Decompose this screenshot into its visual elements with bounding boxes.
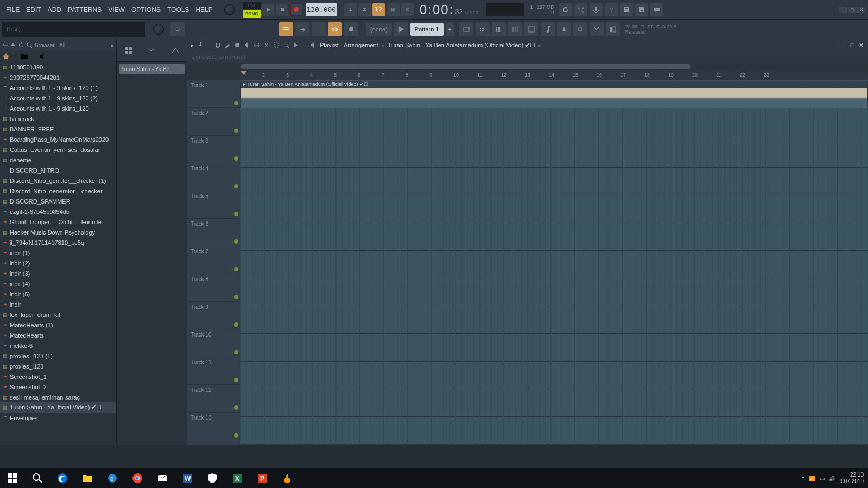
- track-mute-led[interactable]: [234, 101, 238, 105]
- track-header[interactable]: Track 5: [187, 191, 240, 219]
- tempo-display[interactable]: 130.000: [306, 3, 337, 16]
- browser-item[interactable]: ✦indir (5): [0, 289, 116, 299]
- mic-icon[interactable]: [590, 3, 603, 16]
- browser-item[interactable]: TAccounts with 1 - 9 skins_120 (1): [0, 83, 116, 93]
- menu-file[interactable]: FILE: [3, 4, 22, 16]
- close-all-icon[interactable]: [590, 22, 604, 36]
- menu-tools[interactable]: TOOLS: [164, 4, 192, 16]
- browser-list[interactable]: ▤1130501390✦290725779044201TAccounts wit…: [0, 62, 116, 445]
- tempo-tap-icon[interactable]: [557, 22, 571, 36]
- slice-icon[interactable]: [263, 42, 270, 48]
- automation-icon[interactable]: [172, 47, 179, 54]
- browser-item[interactable]: ✦Screenshot_1: [0, 371, 116, 382]
- track-grid[interactable]: ▸ Turan Şahin - Ya Ben Anlatamadum (Offi…: [240, 80, 868, 445]
- pat-song-switch[interactable]: PAT SONG: [243, 2, 261, 18]
- browser-item[interactable]: ▤DISCORD_SPAMMER: [0, 196, 116, 206]
- playlist-hscroll[interactable]: [240, 63, 868, 71]
- track-header[interactable]: Track 2: [187, 108, 240, 136]
- wave-icon[interactable]: [148, 47, 156, 54]
- start-button[interactable]: [0, 468, 25, 488]
- pitch-knob[interactable]: [153, 24, 164, 35]
- select-icon[interactable]: [273, 42, 280, 48]
- plugin-icon[interactable]: [573, 22, 587, 36]
- metronome-icon[interactable]: ▲: [344, 3, 357, 16]
- step-forward-icon[interactable]: [295, 22, 309, 36]
- browser-item[interactable]: ▤lex_luger_drum_kit: [0, 309, 116, 320]
- view-channelrack-icon[interactable]: [524, 22, 538, 36]
- view-stepseq-icon[interactable]: [476, 22, 490, 36]
- pattern-play-icon[interactable]: [394, 22, 408, 36]
- tools-icon[interactable]: [574, 3, 587, 16]
- playlist-ruler[interactable]: 234567891011121314151617181920212223: [240, 71, 868, 80]
- browser-item[interactable]: ✦mekke-6: [0, 340, 116, 351]
- favorite-icon[interactable]: [2, 53, 10, 60]
- pattern-selector[interactable]: Pattern 1: [410, 23, 444, 36]
- tray-volume-icon[interactable]: 🔊: [829, 476, 835, 481]
- oneshot-icon[interactable]: [312, 22, 326, 36]
- browser-item[interactable]: ✦ezgif-2-67b45b9854db: [0, 206, 116, 217]
- taskbar-flstudio-icon[interactable]: [275, 468, 300, 488]
- chat-icon[interactable]: [650, 3, 663, 16]
- browser-item[interactable]: TAccounts with 1 - 9 skins_120 (2): [0, 93, 116, 103]
- play-button[interactable]: [262, 4, 274, 16]
- track-mute-led[interactable]: [234, 156, 238, 161]
- taskbar-defender-icon[interactable]: [200, 468, 225, 488]
- track-header[interactable]: Track 12: [187, 385, 240, 413]
- browser-item[interactable]: ▤1130501390: [0, 62, 116, 72]
- snap-value[interactable]: 3.2.: [372, 3, 385, 16]
- snap-combo[interactable]: (none): [366, 23, 392, 36]
- browser-item[interactable]: ✦indir (1): [0, 248, 116, 258]
- browser-item[interactable]: ✦il_794xN.1711417810_pc5q: [0, 237, 116, 248]
- help-icon[interactable]: ?: [605, 3, 618, 16]
- render-icon[interactable]: [635, 3, 648, 16]
- browser-item[interactable]: ✦indir: [0, 299, 116, 309]
- up-icon[interactable]: [10, 42, 16, 48]
- menu-options[interactable]: OPTIONS: [129, 4, 163, 16]
- browser-item[interactable]: TDISCORD_NITRO: [0, 165, 116, 175]
- timecode-display[interactable]: 0:00: 32 M:S:CS: [420, 2, 478, 17]
- search-icon[interactable]: [27, 42, 33, 48]
- speaker2-icon[interactable]: [310, 42, 316, 48]
- browser-item[interactable]: ✦indir (3): [0, 268, 116, 278]
- browser-item[interactable]: ✦MatedHearts: [0, 330, 116, 340]
- print-icon[interactable]: [344, 22, 358, 36]
- stretch-label[interactable]: STRETCH ☐: [219, 55, 245, 60]
- browser-item[interactable]: ▤proxies_l123 (1): [0, 351, 116, 361]
- tray-battery-icon[interactable]: ▭: [820, 476, 825, 481]
- tray-wifi-icon[interactable]: 📶: [809, 476, 815, 481]
- grid-icon[interactable]: [125, 47, 132, 54]
- loop-icon[interactable]: ⟲: [401, 3, 414, 16]
- browser-item[interactable]: ▤proxies_l123: [0, 361, 116, 371]
- pencil-icon[interactable]: [224, 42, 231, 48]
- playback-icon[interactable]: [293, 42, 299, 48]
- playhead-marker[interactable]: [240, 71, 247, 80]
- undo-icon[interactable]: [559, 3, 572, 16]
- folder-icon[interactable]: [21, 53, 28, 60]
- menu-add[interactable]: ADD: [45, 4, 64, 16]
- track-header[interactable]: Track 3: [187, 136, 240, 163]
- menu-patterns[interactable]: PATTERNS: [65, 4, 104, 16]
- save-icon[interactable]: [620, 3, 633, 16]
- taskbar-mail-icon[interactable]: [150, 468, 175, 488]
- pin-icon[interactable]: [197, 42, 204, 48]
- countdown-icon[interactable]: ⧗: [358, 3, 371, 16]
- pl-min-button[interactable]: —: [840, 42, 847, 49]
- track-mute-led[interactable]: [234, 184, 238, 188]
- loop-plus-icon[interactable]: ⊞: [387, 3, 400, 16]
- track-header[interactable]: Track 11: [187, 357, 240, 385]
- slide-icon[interactable]: [170, 22, 185, 36]
- collapse-icon[interactable]: [2, 42, 8, 48]
- record-button[interactable]: [290, 4, 302, 16]
- main-volume-knob[interactable]: [224, 4, 235, 15]
- browser-item[interactable]: ▤Turan Şahin - Ya..fficial Video) ✔☐: [0, 402, 116, 413]
- link-icon[interactable]: [328, 22, 342, 36]
- track-mute-led[interactable]: [234, 267, 238, 271]
- crumb-playlist[interactable]: Playlist - Arrangement: [320, 42, 378, 48]
- track-header[interactable]: Track 13: [187, 413, 240, 440]
- crumb-clip[interactable]: Turan Şahin - Ya Ben Anlatamadum (Offici…: [388, 42, 536, 49]
- taskbar-powerpoint-icon[interactable]: P: [250, 468, 275, 488]
- browser-item[interactable]: ✦BoardingPass_MyNameOnMars2020: [0, 134, 116, 144]
- track-mute-led[interactable]: [234, 378, 238, 382]
- panel-playlist-icon[interactable]: [279, 22, 293, 36]
- pl-max-button[interactable]: □: [848, 42, 856, 49]
